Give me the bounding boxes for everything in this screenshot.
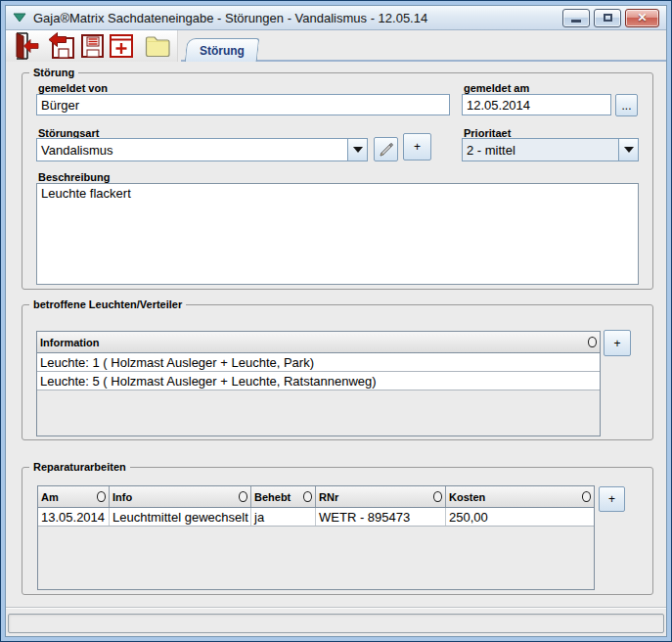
minimize-button[interactable] (562, 9, 590, 27)
save-back-button[interactable] (47, 31, 76, 61)
pencil-icon (379, 142, 394, 158)
toolbar-strip (6, 30, 178, 62)
tab-stoerung[interactable]: Störung (185, 38, 260, 62)
rnr-cell: WETR - 895473 (316, 508, 446, 526)
chevron-down-icon (353, 147, 363, 153)
column-header-behebt[interactable]: Behebt (251, 486, 316, 507)
save-icon (77, 31, 107, 61)
group-reparaturen-label: Reparaturarbeiten (29, 460, 130, 474)
sort-circle-icon[interactable] (303, 491, 312, 502)
restore-icon (604, 14, 612, 22)
stoerungsart-combo[interactable]: Vandalismus (36, 138, 368, 161)
main-panel: Störung gemeldet von Bürger gemeldet am … (6, 63, 666, 608)
add-stoerungsart-button[interactable]: + (403, 133, 431, 160)
stoerungsart-value: Vandalismus (37, 139, 347, 160)
gemeldet-von-input[interactable]: Bürger (36, 94, 450, 115)
save-back-icon (47, 31, 76, 61)
prioritaet-value: 2 - mittel (463, 139, 618, 160)
open-folder-button[interactable] (143, 31, 172, 61)
reparaturen-table: Am Info Behebt RNr (37, 485, 595, 590)
am-cell: 13.05.2014 (38, 508, 110, 526)
sort-circle-icon[interactable] (588, 337, 597, 347)
status-bar (8, 614, 664, 633)
sort-circle-icon[interactable] (239, 491, 247, 502)
table-row[interactable]: Leuchte: 1 ( Holzmast Ausleger + Leuchte… (37, 353, 600, 372)
minimize-icon (571, 20, 581, 23)
group-leuchten: betroffene Leuchten/Verteiler Informatio… (22, 304, 653, 440)
edit-stoerungsart-button[interactable] (374, 137, 398, 161)
date-picker-button[interactable]: ... (615, 94, 638, 116)
folder-icon (143, 31, 172, 61)
close-button[interactable]: ✕ (625, 9, 659, 27)
add-record-icon (107, 31, 136, 61)
column-header-kosten[interactable]: Kosten (446, 486, 594, 507)
column-header-rnr[interactable]: RNr (316, 486, 446, 507)
app-window: Gaja®Matrix Sachdateneingabe - Störungen… (0, 0, 672, 642)
prioritaet-combo[interactable]: 2 - mittel (462, 138, 639, 161)
window-controls: ✕ (562, 9, 659, 27)
group-stoerung-label: Störung (29, 66, 78, 79)
save-button[interactable] (77, 31, 107, 61)
window-client-area: Gaja®Matrix Sachdateneingabe - Störungen… (5, 5, 667, 637)
gemeldet-von-label: gemeldet von (38, 82, 108, 94)
information-cell: Leuchte: 5 ( Holzmast Ausleger + Leuchte… (37, 372, 600, 390)
table-row[interactable]: Leuchte: 5 ( Holzmast Ausleger + Leuchte… (37, 372, 600, 390)
column-header-info[interactable]: Info (110, 486, 251, 507)
sort-circle-icon[interactable] (433, 491, 442, 502)
titlebar: Gaja®Matrix Sachdateneingabe - Störungen… (6, 6, 666, 30)
exit-door-icon (11, 31, 40, 61)
gemeldet-am-label: gemeldet am (464, 82, 529, 94)
column-header-information[interactable]: Information (37, 332, 600, 352)
leuchten-table: Information Leuchte: 1 ( Holzmast Ausleg… (36, 331, 601, 436)
sort-circle-icon[interactable] (97, 491, 106, 502)
column-header-am[interactable]: Am (38, 486, 110, 507)
reparaturen-table-header: Am Info Behebt RNr (38, 486, 594, 508)
behebt-cell: ja (251, 508, 316, 526)
kosten-cell: 250,00 (446, 508, 594, 526)
close-icon: ✕ (637, 12, 647, 23)
stoerungsart-dropdown-button[interactable] (347, 139, 367, 160)
toolbar: Störung (6, 30, 666, 63)
table-row[interactable]: 13.05.2014 Leuchtmittel gewechselt ja WE… (38, 508, 594, 527)
info-cell: Leuchtmittel gewechselt (110, 508, 251, 526)
gemeldet-am-input[interactable]: 12.05.2014 (462, 94, 611, 115)
group-leuchten-label: betroffene Leuchten/Verteiler (29, 298, 186, 311)
exit-button[interactable] (11, 31, 40, 61)
app-logo-icon (13, 12, 26, 23)
group-reparaturen: Reparaturarbeiten Am Info Behebt (22, 467, 653, 595)
restore-button[interactable] (594, 9, 621, 27)
add-reparatur-button[interactable]: + (599, 486, 625, 512)
add-record-button[interactable] (107, 31, 136, 61)
chevron-down-icon (624, 147, 634, 153)
prioritaet-dropdown-button[interactable] (618, 139, 638, 160)
window-title: Gaja®Matrix Sachdateneingabe - Störungen… (33, 11, 556, 25)
add-leuchte-button[interactable]: + (604, 330, 631, 356)
information-cell: Leuchte: 1 ( Holzmast Ausleger + Leuchte… (37, 353, 600, 371)
group-stoerung: Störung gemeldet von Bürger gemeldet am … (22, 72, 653, 290)
leuchten-table-header: Information (37, 332, 600, 353)
tab-stoerung-label: Störung (200, 44, 245, 58)
beschreibung-label: Beschreibung (38, 171, 110, 183)
sort-circle-icon[interactable] (582, 491, 591, 502)
beschreibung-textarea[interactable]: Leuchte flackert (36, 183, 639, 285)
